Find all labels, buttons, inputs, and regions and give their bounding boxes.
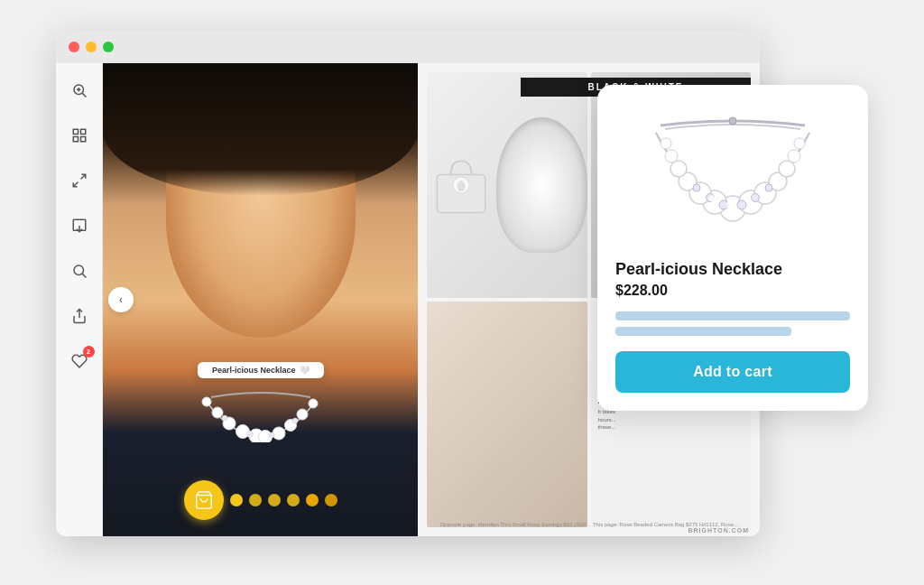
grid-icon[interactable] <box>67 123 92 148</box>
product-image-area <box>615 103 850 247</box>
grid-cell-bag <box>427 72 587 298</box>
svg-point-27 <box>269 432 274 438</box>
add-to-cart-button[interactable]: Add to cart <box>615 351 850 393</box>
model-image <box>103 63 418 536</box>
svg-line-9 <box>73 182 78 187</box>
svg-point-21 <box>273 427 285 440</box>
carousel-dot-5[interactable] <box>306 494 319 506</box>
wishlist-badge: 2 <box>83 346 95 358</box>
download-icon[interactable] <box>67 213 92 238</box>
left-page: ♡ ‹ Pearl-icious Necklace 🤍 <box>103 63 418 536</box>
svg-point-50 <box>752 194 760 202</box>
carousel-dot-2[interactable] <box>249 494 262 506</box>
svg-rect-6 <box>73 137 78 142</box>
svg-point-28 <box>292 418 298 423</box>
svg-rect-5 <box>80 129 85 134</box>
necklace-heart-icon: 🤍 <box>300 366 310 375</box>
svg-line-1 <box>82 93 86 97</box>
svg-point-15 <box>202 397 211 406</box>
necklace-tooltip: Pearl-icious Necklace 🤍 <box>198 362 324 378</box>
svg-point-54 <box>709 196 716 202</box>
search-icon[interactable] <box>67 258 92 283</box>
cart-icon <box>194 490 214 510</box>
svg-line-8 <box>80 174 85 179</box>
necklace-image <box>198 384 324 442</box>
svg-point-12 <box>74 265 84 275</box>
svg-point-23 <box>297 409 308 420</box>
cart-button[interactable] <box>184 480 224 520</box>
wishlist-icon[interactable]: 2 <box>67 348 92 374</box>
necklace-hotspot[interactable]: Pearl-icious Necklace 🤍 <box>198 362 324 446</box>
svg-point-26 <box>246 432 253 438</box>
nav-prev-arrow[interactable]: ‹ <box>108 287 134 312</box>
svg-point-46 <box>794 138 805 149</box>
product-option-2[interactable] <box>615 327 791 336</box>
svg-point-52 <box>765 184 772 191</box>
carousel-dot-6[interactable] <box>325 494 337 506</box>
brand-name: BRIGHTON.COM <box>688 527 749 534</box>
product-price: $228.00 <box>615 283 850 299</box>
svg-point-44 <box>788 150 800 162</box>
grid-cell-hand <box>427 302 587 527</box>
browser-titlebar <box>56 31 760 63</box>
svg-point-56 <box>729 117 736 125</box>
carousel-dot-3[interactable] <box>268 494 281 506</box>
svg-point-48 <box>737 200 746 209</box>
carousel-dot-1[interactable] <box>230 494 243 506</box>
share-icon[interactable] <box>67 303 92 329</box>
product-option-1[interactable] <box>615 311 850 320</box>
caption-body: It takeshours...these... <box>598 408 616 431</box>
bag-illustration <box>427 149 495 221</box>
svg-point-53 <box>726 201 734 209</box>
svg-point-25 <box>222 415 227 421</box>
svg-point-51 <box>693 184 700 191</box>
product-necklace-image <box>633 107 832 243</box>
toolbar-sidebar: 2 <box>56 63 103 536</box>
product-name: Pearl-icious Necklace <box>615 260 850 279</box>
minimize-button[interactable] <box>86 42 97 52</box>
svg-point-43 <box>665 150 678 162</box>
svg-rect-7 <box>80 137 85 142</box>
svg-point-42 <box>779 161 795 177</box>
svg-rect-4 <box>73 129 78 134</box>
product-card: Pearl-icious Necklace $228.00 Add to car… <box>597 85 868 411</box>
carousel-bar <box>184 480 337 520</box>
svg-point-41 <box>670 161 687 177</box>
svg-point-45 <box>661 138 671 149</box>
svg-line-13 <box>82 274 86 277</box>
svg-point-16 <box>212 407 223 418</box>
svg-point-24 <box>309 399 318 408</box>
close-button[interactable] <box>69 42 79 52</box>
zoom-in-icon[interactable] <box>67 78 92 103</box>
carousel-dot-4[interactable] <box>287 494 300 506</box>
fullscreen-icon[interactable] <box>67 168 92 193</box>
svg-point-55 <box>745 196 752 202</box>
maximize-button[interactable] <box>103 42 114 52</box>
